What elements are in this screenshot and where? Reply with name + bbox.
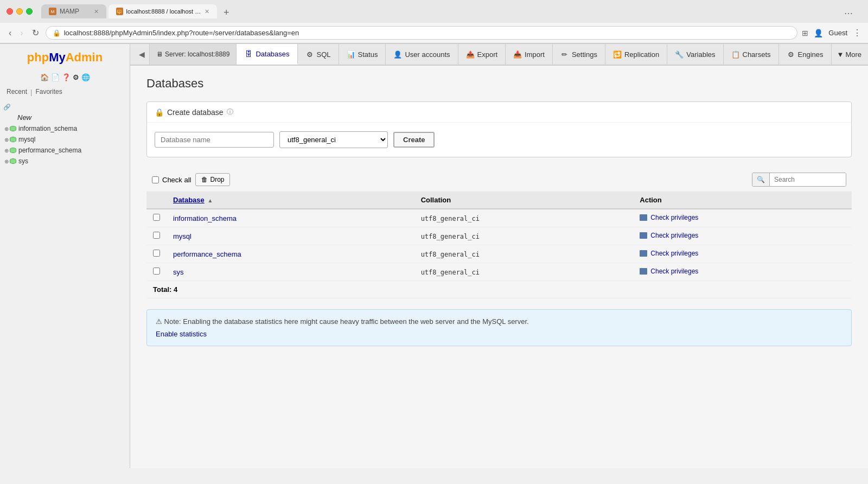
- nav-tab-user-accounts[interactable]: 👤 User accounts: [386, 44, 458, 65]
- nav-tab-databases[interactable]: 🗄 Databases: [237, 44, 297, 65]
- col-database-label[interactable]: Database: [173, 196, 205, 204]
- sidebar-tab-recent[interactable]: Recent: [7, 88, 27, 96]
- nav-tab-settings[interactable]: ✏ Settings: [553, 44, 605, 65]
- nav-tab-import[interactable]: 📥 Import: [506, 44, 553, 65]
- theme-icon[interactable]: 🌐: [81, 73, 90, 81]
- sort-arrow-icon: ▲: [207, 198, 213, 203]
- row-checkbox[interactable]: [153, 250, 160, 257]
- check-privileges-label: Check privileges: [650, 250, 698, 257]
- tab-mamp-close[interactable]: ✕: [94, 8, 99, 15]
- col-collation-label: Collation: [421, 196, 451, 204]
- engines-nav-icon: ⚙: [787, 50, 795, 59]
- tab-phpmyadmin[interactable]: 🔱 localhost:8888 / localhost | ph... ✕: [108, 4, 217, 18]
- nav-tab-status[interactable]: 📊 Status: [339, 44, 386, 65]
- row-collation: utf8_general_ci: [421, 233, 480, 240]
- nav-tab-export[interactable]: 📤 Export: [458, 44, 506, 65]
- db-icon: [10, 137, 16, 142]
- minimize-traffic-light[interactable]: [16, 8, 23, 15]
- close-traffic-light[interactable]: [7, 8, 13, 15]
- db-label: performance_schema: [18, 147, 81, 154]
- sidebar-new-label: New: [17, 113, 31, 122]
- server-breadcrumb-text: Server: localhost:8889: [165, 50, 229, 58]
- sidebar-new-item[interactable]: New: [0, 112, 130, 123]
- row-checkbox[interactable]: [153, 214, 160, 221]
- check-all-area: Check all: [152, 176, 191, 184]
- tab-mamp[interactable]: M MAMP ✕: [41, 4, 106, 18]
- db-name-link[interactable]: information_schema: [173, 214, 237, 222]
- check-privileges-link-0[interactable]: Check privileges: [640, 214, 698, 221]
- row-checkbox[interactable]: [153, 268, 160, 275]
- nav-tab-replication[interactable]: 🔁 Replication: [605, 44, 667, 65]
- app-container: phpMyAdmin 🏠 📄 ❓ ⚙ 🌐 Recent | Favorites …: [0, 44, 868, 468]
- nav-tab-engines[interactable]: ⚙ Engines: [779, 44, 832, 65]
- db-label: information_schema: [18, 125, 77, 132]
- menu-icon[interactable]: ⋮: [853, 28, 861, 38]
- profile-icon[interactable]: 👤: [814, 29, 823, 37]
- row-collation: utf8_general_ci: [421, 215, 480, 222]
- nav-tab-sql[interactable]: ⚙ SQL: [298, 44, 339, 65]
- sidebar-tabs: Recent | Favorites: [0, 86, 130, 100]
- db-name-link[interactable]: performance_schema: [173, 250, 241, 258]
- maximize-traffic-light[interactable]: [26, 8, 33, 15]
- forward-button[interactable]: ›: [18, 27, 25, 39]
- nav-tab-variables[interactable]: 🔧 Variables: [667, 44, 723, 65]
- create-database-header[interactable]: 🔒 Create database ⓘ: [147, 102, 851, 123]
- sidebar-expand-icon: 🔗: [3, 104, 11, 111]
- sidebar-tab-favorites[interactable]: Favorites: [35, 88, 62, 96]
- settings-icon[interactable]: ⚙: [73, 73, 79, 81]
- database-name-input[interactable]: [155, 132, 274, 148]
- nav-tabs: 🗄 Databases ⚙ SQL 📊 Status 👤 User accoun…: [237, 44, 864, 65]
- lock-icon: 🔒: [53, 29, 61, 37]
- sidebar-logo: phpMyAdmin: [0, 44, 130, 71]
- db-name-link[interactable]: sys: [173, 268, 184, 276]
- db-icon: [10, 148, 16, 153]
- collation-select[interactable]: utf8_general_ci utf8mb4_general_ci latin…: [279, 131, 388, 148]
- enable-statistics-link[interactable]: Enable statistics: [156, 330, 207, 338]
- back-button[interactable]: ‹: [7, 27, 14, 39]
- row-db-name-cell: mysql: [167, 227, 414, 245]
- import-nav-icon: 📥: [513, 50, 522, 59]
- collapse-button[interactable]: ◀: [135, 44, 150, 65]
- variables-nav-icon: 🔧: [675, 50, 684, 59]
- row-checkbox[interactable]: [153, 232, 160, 239]
- check-privileges-link-2[interactable]: Check privileges: [640, 250, 698, 257]
- check-all-checkbox[interactable]: [152, 176, 159, 183]
- note-section: ⚠ Note: Enabling the database statistics…: [146, 309, 852, 346]
- help-icon[interactable]: ❓: [62, 73, 71, 81]
- table-row: sys utf8_general_ci Check privileges: [146, 263, 852, 281]
- create-button[interactable]: Create: [393, 132, 435, 148]
- new-tab-button[interactable]: +: [219, 7, 234, 18]
- row-action-cell: Check privileges: [633, 263, 852, 281]
- col-checkbox: [146, 192, 167, 209]
- server-breadcrumb: 🖥 Server: localhost:8889: [150, 44, 237, 65]
- help-circle-icon[interactable]: ⓘ: [227, 107, 233, 117]
- row-db-name-cell: sys: [167, 263, 414, 281]
- status-nav-icon: 📊: [347, 50, 355, 59]
- check-privileges-link-1[interactable]: Check privileges: [640, 232, 698, 239]
- sql-icon[interactable]: 📄: [51, 73, 60, 81]
- sidebar-db-performance_schema[interactable]: ⊕ performance_schema: [0, 145, 130, 156]
- window-icon: ⊞: [802, 29, 808, 37]
- charsets-nav-icon: 📋: [731, 50, 740, 59]
- nav-tab-engines-label: Engines: [798, 50, 824, 59]
- user-accounts-nav-icon: 👤: [393, 50, 402, 59]
- address-bar[interactable]: 🔒 localhost:8888/phpMyAdmin5/index.php?r…: [46, 26, 798, 40]
- reload-button[interactable]: ↻: [30, 27, 41, 39]
- server-icon: 🖥: [156, 50, 163, 58]
- nav-tab-more[interactable]: ▼ More: [832, 44, 864, 65]
- tab-phpmyadmin-close[interactable]: ✕: [205, 8, 209, 15]
- db-name-link[interactable]: mysql: [173, 232, 192, 240]
- sidebar-db-sys[interactable]: ⊕ sys: [0, 156, 130, 167]
- sql-nav-icon: ⚙: [305, 50, 314, 59]
- sidebar-db-mysql[interactable]: ⊕ mysql: [0, 134, 130, 145]
- check-privileges-link-3[interactable]: Check privileges: [640, 268, 698, 275]
- sidebar-db-information_schema[interactable]: ⊕ information_schema: [0, 123, 130, 134]
- home-icon[interactable]: 🏠: [40, 73, 49, 81]
- search-input[interactable]: [770, 173, 846, 186]
- main-content: ◀ 🖥 Server: localhost:8889 🗄 Databases ⚙…: [130, 44, 868, 468]
- drop-button[interactable]: 🗑 Drop: [195, 173, 230, 186]
- row-action-cell: Check privileges: [633, 227, 852, 245]
- guest-label: Guest: [828, 29, 847, 37]
- nav-tab-charsets[interactable]: 📋 Charsets: [724, 44, 779, 65]
- table-total-row: Total: 4: [146, 281, 852, 298]
